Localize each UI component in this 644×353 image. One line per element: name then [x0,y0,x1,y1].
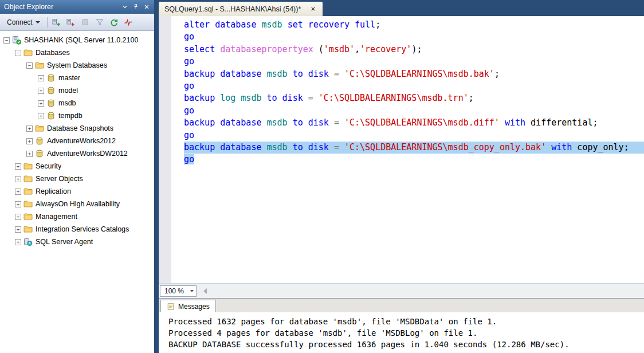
tree-item-label: Security [36,162,61,170]
expand-toggle-icon[interactable]: + [15,239,21,245]
refresh-icon[interactable] [107,16,121,29]
expand-toggle-icon[interactable]: − [15,50,21,56]
window-position-icon[interactable] [120,2,129,11]
code-token: msdb [261,19,287,30]
code-token: database [220,142,266,152]
messages-output[interactable]: Processed 1632 pages for database 'msdb'… [159,312,644,353]
object-explorer-panel: Object Explorer Connect −SHASHANK (SQL S… [0,0,159,353]
expand-toggle-icon[interactable]: + [26,138,33,144]
folder-icon [23,48,33,57]
code-token: ; [375,19,380,30]
code-line[interactable]: go [184,130,644,142]
pin-icon[interactable] [131,2,140,11]
code-token [500,117,505,128]
stop-icon[interactable] [78,16,92,29]
code-token: msdb [241,93,266,103]
code-line[interactable]: select databasepropertyex ('msdb','recov… [184,44,644,56]
tree-item-shashank-sql-server-11-0-2100[interactable]: −SHASHANK (SQL Server 11.0.2100 [0,34,154,46]
code-line[interactable]: go [184,154,644,166]
expand-toggle-icon[interactable]: + [15,214,21,220]
disconnect-database-icon[interactable] [64,16,78,29]
folder-icon [23,162,33,171]
tree-item-databases[interactable]: −Databases [0,46,154,59]
expand-toggle-icon[interactable]: + [26,151,33,157]
code-line[interactable]: backup database msdb to disk = 'C:\SQLDB… [184,142,644,154]
code-token: copy_only [577,142,623,152]
titlebar-icons [120,2,151,11]
tree-item-server-objects[interactable]: +Server Objects [0,172,154,185]
expand-toggle-icon[interactable]: + [38,113,44,119]
code-token: go [184,154,194,164]
code-token: = [334,142,344,152]
code-token: to [293,142,308,152]
expand-toggle-icon[interactable]: + [15,163,21,170]
zoom-combo[interactable]: 100 % [160,285,197,297]
code-line[interactable]: go [184,31,644,43]
tree-item-security[interactable]: +Security [0,160,154,172]
tree-item-sql-server-agent[interactable]: +SQL Server Agent [0,236,154,248]
filter-icon[interactable] [93,16,107,29]
zoom-dropdown-icon[interactable] [187,286,196,296]
code-token: ; [592,117,598,128]
code-line[interactable]: alter database msdb set recovery full; [184,19,644,31]
expand-toggle-icon[interactable]: + [38,88,44,94]
tree-item-label: Replication [36,187,71,195]
expand-toggle-icon[interactable]: + [15,226,21,233]
code-token: 'C:\SQLDBALEARNINGS\msdb.trn' [319,93,469,103]
document-tab[interactable]: SQLQuery1.sql - S...HASHANK\Ahsi (54))* [159,2,323,16]
code-line[interactable]: go [184,105,644,117]
code-token: msdb [267,69,293,79]
tab-close-icon[interactable] [309,5,317,13]
expand-toggle-icon[interactable]: + [15,189,21,195]
code-line[interactable]: go [184,80,644,92]
code-token: go [184,81,194,91]
tree-item-integration-services-catalogs[interactable]: +Integration Services Catalogs [0,223,154,236]
connect-button[interactable]: Connect [2,16,45,29]
tree-item-adventureworksdw2012[interactable]: +AdventureWorksDW2012 [0,147,154,160]
tab-messages[interactable]: Messages [160,300,216,312]
expand-toggle-icon[interactable]: + [15,201,21,207]
tree-item-tempdb[interactable]: +tempdb [0,109,154,122]
folder-icon [23,187,33,196]
tree-item-adventureworks2012[interactable]: +AdventureWorks2012 [0,135,154,147]
tree-item-alwayson-high-availability[interactable]: +AlwaysOn High Availability [0,198,154,210]
code-line[interactable]: go [184,56,644,68]
expand-toggle-icon[interactable]: + [38,75,44,81]
code-token: 'recovery' [360,44,411,54]
expand-toggle-icon[interactable]: + [38,100,44,107]
code-token: backup [184,93,220,103]
database-icon [35,149,44,158]
code-token: msdb [267,117,293,128]
expand-toggle-icon[interactable]: − [26,62,33,69]
connect-database-icon[interactable] [50,16,64,29]
code-editor[interactable]: alter database msdb set recovery full;go… [159,16,644,283]
tree-item-database-snapshots[interactable]: +Database Snapshots [0,122,154,135]
folder-icon [23,212,33,221]
tree-item-replication[interactable]: +Replication [0,185,154,198]
code-line[interactable]: backup database msdb to disk = 'C:\SQLDB… [184,117,644,129]
tree-item-label: SHASHANK (SQL Server 11.0.2100 [24,36,138,44]
code-line[interactable]: backup log msdb to disk = 'C:\SQLDBALEAR… [184,92,644,104]
editor-area: SQLQuery1.sql - S...HASHANK\Ahsi (54))* … [159,0,644,353]
close-icon[interactable] [142,2,151,11]
agent-icon [23,237,33,246]
activity-icon[interactable] [121,16,135,29]
scroll-left-icon[interactable] [201,286,210,296]
expand-toggle-icon[interactable]: + [26,125,33,132]
tree-item-model[interactable]: +model [0,84,154,97]
tree-item-label: Server Objects [36,175,83,183]
object-explorer-titlebar[interactable]: Object Explorer [0,0,154,14]
code-token: backup [184,69,220,79]
tree-item-label: SQL Server Agent [36,238,93,246]
expand-toggle-icon[interactable]: − [3,37,10,44]
expand-toggle-icon[interactable]: + [15,176,21,182]
zoom-value: 100 % [164,287,184,295]
tree-item-msdb[interactable]: +msdb [0,97,154,109]
tree-item-management[interactable]: +Management [0,210,154,223]
tree-item-master[interactable]: +master [0,72,154,84]
tree-item-label: Integration Services Catalogs [36,225,129,233]
code-line[interactable]: backup database msdb to disk = 'C:\SQLDB… [184,68,644,80]
code-token: 'C:\SQLDBALEARNINGS\msdb.diff' [344,117,500,128]
sql-code[interactable]: alter database msdb set recovery full;go… [171,16,644,283]
tree-item-system-databases[interactable]: −System Databases [0,59,154,72]
